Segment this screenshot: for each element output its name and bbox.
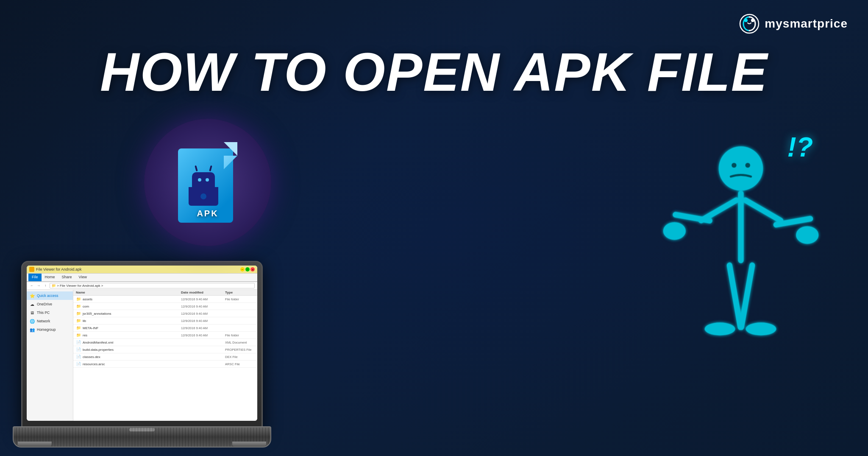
file-name: AndroidManifest.xml [83,341,179,344]
file-type: ARSC File [225,362,255,366]
svg-rect-8 [672,211,713,224]
folder-icon: 📁 [76,304,81,309]
file-icon: 📄 [76,361,81,366]
sidebar-item-label: OneDrive [37,302,52,306]
titlebar-text: File Viewer for Android.apk [36,267,239,271]
stick-figure-svg [660,136,821,399]
svg-point-4 [732,163,736,168]
forward-button[interactable]: → [36,283,41,288]
sidebar-item-network[interactable]: 🌐 Network [27,317,73,325]
file-name: lib [83,319,179,323]
laptop-base [13,426,271,448]
ribbon: File Home Share View [27,274,257,282]
file-date: 12/9/2016 9:40 AM [181,312,223,316]
file-row[interactable]: 📄 resources.arsc ARSC File [73,361,257,368]
brand-logo: mysmartprice [739,14,848,34]
file-name: com [83,305,179,308]
sidebar-item-homegroup[interactable]: 👥 Homegroup [27,325,73,334]
brand-name: mysmartprice [765,17,848,31]
homegroup-icon: 👥 [29,327,35,333]
svg-rect-6 [738,191,743,263]
files-list: Name Date modified Type 📁 assets 12/9/20… [73,290,257,421]
up-button[interactable]: ↑ [43,283,48,288]
svg-rect-10 [741,196,784,224]
svg-point-15 [705,322,735,335]
sidebar-item-label: Network [37,319,50,323]
folder-icon: 📁 [76,325,81,330]
file-date: 12/9/2016 9:40 AM [181,326,223,330]
tab-file[interactable]: File [28,274,42,281]
tab-share[interactable]: Share [58,274,75,281]
tab-view[interactable]: View [75,274,90,281]
quick-access-icon: ⭐ [29,293,35,299]
file-name: jsr305_annotations [83,312,179,316]
file-date: 12/9/2016 9:40 AM [181,319,223,323]
svg-point-1 [744,19,748,22]
file-icon: 📄 [76,347,81,352]
file-row[interactable]: 📁 META-INF 12/9/2016 9:40 AM [73,325,257,332]
file-row[interactable]: 📄 build-data.properties PROPERTIES File [73,346,257,353]
maximize-button[interactable]: □ [245,267,250,271]
files-header: Name Date modified Type [73,290,257,296]
sidebar-item-thispc[interactable]: 🖥 This PC [27,308,73,317]
file-type: File folder [225,297,255,301]
file-row[interactable]: 📁 res 12/9/2016 9:40 AM File folder [73,332,257,339]
back-button[interactable]: ← [29,283,34,288]
svg-point-2 [751,19,754,22]
file-row[interactable]: 📄 AndroidManifest.xml XML Document [73,339,257,346]
file-type: File folder [225,333,255,337]
svg-rect-14 [738,262,755,330]
file-row[interactable]: 📁 assets 12/9/2016 9:40 AM File folder [73,296,257,303]
col-name: Name [76,291,179,294]
apk-file-icon: APK [174,142,242,223]
file-row[interactable]: 📄 classes.dex DEX File [73,353,257,361]
explorer-content: ⭐ Quick access ☁ OneDrive 🖥 This PC � [27,290,257,421]
svg-point-16 [746,322,776,335]
file-date: 12/9/2016 9:40 AM [181,297,223,301]
file-type: PROPERTIES File [225,348,255,352]
file-name: res [83,333,179,337]
svg-point-5 [745,163,750,168]
svg-point-3 [719,146,763,191]
svg-point-9 [663,222,686,240]
titlebar: File Viewer for Android.apk ─ □ ✕ [27,266,257,274]
file-name: resources.arsc [83,362,179,366]
sidebar-item-quick-access[interactable]: ⭐ Quick access [27,291,73,300]
logo-icon [739,14,760,34]
address-path[interactable]: 📁 > File Viewer for Android.apk > [50,283,255,288]
apk-label: APK [174,209,242,218]
col-date: Date modified [181,291,223,294]
file-row[interactable]: 📁 lib 12/9/2016 9:40 AM [73,317,257,325]
folder-icon: 📁 [76,333,81,338]
window-controls: ─ □ ✕ [240,267,255,271]
sidebar-item-label: Homegroup [37,327,56,332]
file-row[interactable]: 📁 jsr305_annotations 12/9/2016 9:40 AM [73,310,257,317]
folder-icon: 📁 [76,318,81,323]
titlebar-icon [29,267,34,272]
ribbon-tabs: File Home Share View [27,274,257,282]
sidebar-item-label: This PC [37,311,50,315]
address-bar: ← → ↑ 📁 > File Viewer for Android.apk > [27,282,257,290]
file-icon: 📄 [76,354,81,359]
sidebar-item-onedrive[interactable]: ☁ OneDrive [27,300,73,308]
file-date: 12/9/2016 9:40 AM [181,305,223,308]
network-icon: 🌐 [29,318,35,324]
thispc-icon: 🖥 [29,310,35,316]
onedrive-icon: ☁ [29,301,35,307]
sidebar-item-label: Quick access [37,294,58,298]
file-type: DEX File [225,355,255,359]
file-row[interactable]: 📁 com 12/9/2016 9:40 AM [73,303,257,310]
file-explorer: File Viewer for Android.apk ─ □ ✕ File H… [27,266,257,421]
folder-icon: 📁 [76,311,81,316]
apk-icon-circle: APK [144,119,271,246]
minimize-button[interactable]: ─ [240,267,245,271]
tab-home[interactable]: Home [42,274,58,281]
laptop-illustration: File Viewer for Android.apk ─ □ ✕ File H… [13,210,275,456]
sidebar: ⭐ Quick access ☁ OneDrive 🖥 This PC � [27,290,73,421]
laptop-foot-right [232,442,266,447]
col-type: Type [225,291,255,294]
close-button[interactable]: ✕ [250,267,255,271]
laptop-frame: File Viewer for Android.apk ─ □ ✕ File H… [21,261,263,431]
laptop-screen: File Viewer for Android.apk ─ □ ✕ File H… [27,266,257,421]
svg-point-12 [796,226,818,244]
